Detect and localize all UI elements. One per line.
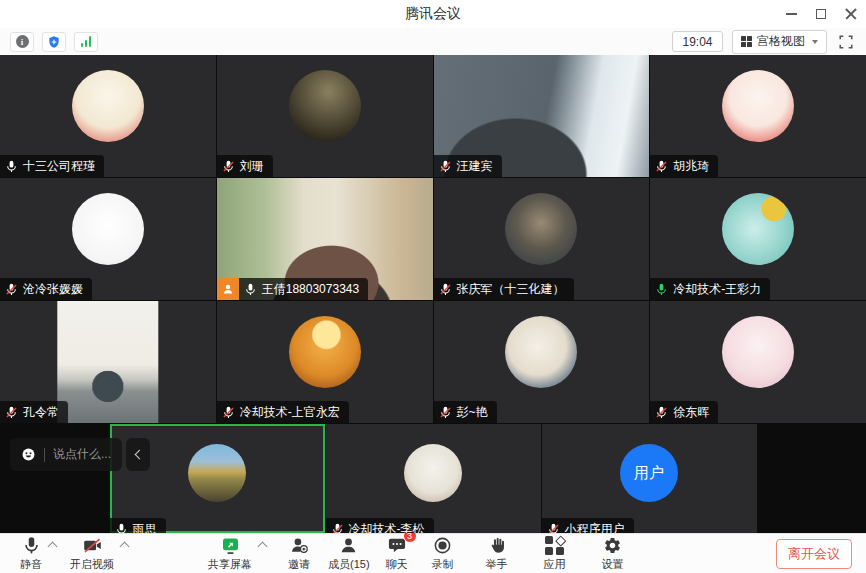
- share-screen-icon: [220, 536, 241, 556]
- mic-muted-icon: [5, 283, 18, 296]
- chat-collapse-button[interactable]: [126, 438, 150, 471]
- grid-row: 十三公司程瑾刘珊汪建宾胡兆琦: [0, 55, 866, 177]
- chevron-left-icon: [134, 450, 144, 460]
- video-button[interactable]: 开启视频: [70, 535, 114, 572]
- apps-button[interactable]: 应用: [544, 535, 566, 572]
- name-bar: 冷却技术-王彩力: [650, 278, 770, 300]
- toolbar-group-settings: 设置: [602, 535, 624, 572]
- name-bar: 刘珊: [217, 155, 273, 177]
- chat-button[interactable]: 3聊天: [386, 535, 408, 572]
- chat-overlay: 说点什么...: [10, 438, 150, 471]
- participant-tile[interactable]: 十三公司程瑾: [0, 55, 216, 177]
- window-controls: [776, 0, 866, 28]
- participant-name: 冷却技术-王彩力: [673, 281, 761, 298]
- video-options-chevron-icon[interactable]: [120, 542, 130, 552]
- record-icon: [433, 536, 452, 555]
- toolbar-group-record: 录制: [432, 535, 454, 572]
- participant-tile[interactable]: 王倩18803073343: [217, 178, 433, 300]
- participant-tile[interactable]: 冷却技术-李松: [326, 424, 541, 533]
- participant-tile[interactable]: 胡兆琦: [650, 55, 866, 177]
- participant-name: 胡兆琦: [673, 158, 709, 175]
- close-icon: [845, 8, 857, 20]
- apps-icon: [545, 536, 564, 555]
- record-icon-wrap: [433, 535, 452, 556]
- shield-icon: [47, 35, 61, 49]
- chevron-down-icon: [812, 40, 818, 44]
- avatar: [289, 316, 361, 388]
- settings-button[interactable]: 设置: [602, 535, 624, 572]
- meeting-security-button[interactable]: [42, 32, 66, 52]
- participant-tile[interactable]: 刘珊: [217, 55, 433, 177]
- fullscreen-button[interactable]: [836, 32, 856, 52]
- meeting-info-button[interactable]: i: [10, 32, 34, 52]
- share-options-chevron-icon[interactable]: [258, 542, 268, 552]
- participant-tile[interactable]: 彭~艳: [434, 301, 650, 423]
- hand-icon-wrap: [488, 535, 506, 556]
- avatar: [72, 193, 144, 265]
- view-mode-dropdown[interactable]: 宫格视图: [732, 30, 828, 54]
- grid-row: 沧冷张媛媛王倩18803073343张庆军（十三化建）冷却技术-王彩力: [0, 178, 866, 300]
- members-button[interactable]: 成员(15): [328, 535, 370, 572]
- avatar: [404, 444, 462, 502]
- name-bar: 十三公司程瑾: [0, 155, 104, 177]
- portrait-video: [57, 301, 158, 423]
- share-button[interactable]: 共享屏幕: [208, 535, 252, 572]
- avatar: [505, 193, 577, 265]
- avatar-text: 用户: [634, 464, 664, 483]
- mic-muted-icon: [655, 406, 668, 419]
- name-bar: 彭~艳: [434, 401, 497, 423]
- toolbar-group-video: 开启视频: [70, 535, 128, 572]
- avatar: [505, 316, 577, 388]
- invite-button[interactable]: 邀请: [288, 535, 310, 572]
- chat-input[interactable]: 说点什么...: [10, 438, 122, 471]
- avatar: [289, 70, 361, 142]
- participant-name: 十三公司程瑾: [23, 158, 95, 175]
- participant-tile[interactable]: 汪建宾: [434, 55, 650, 177]
- participant-tile[interactable]: 徐东晖: [650, 301, 866, 423]
- name-bar-body: 冷却技术-李松: [326, 518, 434, 533]
- toolbar-group-members: 成员(15): [328, 535, 370, 572]
- mute-options-chevron-icon[interactable]: [48, 542, 58, 552]
- mic-muted-icon: [331, 523, 344, 534]
- participant-name: 汪建宾: [457, 158, 493, 175]
- members-label: 成员(15): [328, 557, 370, 572]
- share-label: 共享屏幕: [208, 557, 252, 572]
- minimize-button[interactable]: [776, 0, 806, 28]
- name-bar: 冷却技术-李松: [326, 518, 434, 533]
- participant-tile[interactable]: 张庆军（十三化建）: [434, 178, 650, 300]
- participant-name: 雨思: [133, 521, 157, 534]
- network-signal-icon: [81, 36, 92, 47]
- participant-tile[interactable]: 冷却技术-王彩力: [650, 178, 866, 300]
- mic-icon: [5, 160, 18, 173]
- toolbar-group-share: 共享屏幕: [208, 535, 266, 572]
- hand-button[interactable]: 举手: [486, 535, 508, 572]
- leave-meeting-button[interactable]: 离开会议: [776, 539, 852, 569]
- toolbar-group-apps: 应用: [544, 535, 566, 572]
- app-title: 腾讯会议: [0, 5, 866, 23]
- maximize-button[interactable]: [806, 0, 836, 28]
- participant-name: 孔令常: [23, 404, 59, 421]
- participant-name: 彭~艳: [457, 404, 488, 421]
- name-bar: 胡兆琦: [650, 155, 718, 177]
- name-bar: 小程序用户: [542, 518, 634, 533]
- mute-icon-wrap: [22, 535, 41, 556]
- name-bar: 汪建宾: [434, 155, 502, 177]
- mute-button[interactable]: 静音: [20, 535, 42, 572]
- participant-tile[interactable]: 孔令常: [0, 301, 216, 423]
- network-status-button[interactable]: [74, 32, 98, 52]
- close-button[interactable]: [836, 0, 866, 28]
- participant-tile[interactable]: 用户小程序用户: [542, 424, 757, 533]
- view-mode-label: 宫格视图: [757, 33, 805, 50]
- participant-tile[interactable]: 冷却技术-上官永宏: [217, 301, 433, 423]
- bottom-toolbar: 静音开启视频共享屏幕邀请成员(15)3聊天录制举手应用设置离开会议: [0, 533, 866, 573]
- top-left-icons: i: [10, 32, 98, 52]
- record-button[interactable]: 录制: [432, 535, 454, 572]
- toolbar-group-hand: 举手: [486, 535, 508, 572]
- name-bar-body: 张庆军（十三化建）: [434, 278, 574, 300]
- name-bar-body: 孔令常: [0, 401, 68, 423]
- apps-label: 应用: [544, 557, 566, 572]
- invite-icon-wrap: [289, 535, 310, 556]
- name-bar: 沧冷张媛媛: [0, 278, 92, 300]
- participant-name: 冷却技术-上官永宏: [240, 404, 340, 421]
- participant-tile[interactable]: 沧冷张媛媛: [0, 178, 216, 300]
